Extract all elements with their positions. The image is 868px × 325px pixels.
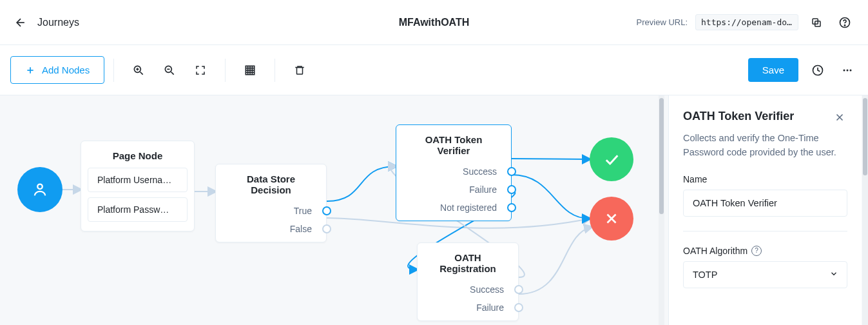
subnode-platform-password[interactable]: Platform Passw… (88, 197, 188, 222)
node-page-node[interactable]: Page Node Platform Userna… Platform Pass… (81, 141, 195, 231)
separator (683, 231, 847, 231)
more-icon[interactable] (837, 60, 858, 81)
separator (113, 59, 114, 82)
page-title: MFAwithOATH (399, 17, 470, 28)
history-icon[interactable] (807, 60, 828, 81)
name-input[interactable] (683, 190, 847, 217)
add-nodes-button[interactable]: Add Nodes (10, 56, 104, 84)
separator (275, 59, 275, 82)
end-node-success[interactable] (590, 137, 633, 181)
outcome-true: True (216, 202, 326, 220)
copy-icon[interactable] (806, 12, 827, 33)
output-port[interactable] (507, 203, 516, 212)
output-port[interactable] (514, 285, 523, 294)
outcome-label: Success (463, 166, 497, 177)
svg-line-12 (171, 72, 174, 74)
outcome-failure: Failure (396, 181, 511, 199)
scrollbar[interactable] (862, 95, 868, 325)
svg-point-25 (850, 69, 852, 71)
toolbar: Add Nodes Save (0, 45, 868, 95)
fullscreen-icon[interactable] (185, 55, 216, 86)
node-oath-token-verifier[interactable]: OATH Token Verifier Success Failure Not … (396, 124, 512, 221)
output-port[interactable] (322, 224, 331, 233)
back-arrow-icon[interactable] (13, 15, 28, 30)
output-port[interactable] (322, 206, 331, 215)
preview-url-label: Preview URL: (637, 17, 688, 27)
start-node[interactable] (17, 167, 63, 212)
svg-rect-21 (297, 67, 303, 74)
algorithm-value: TOTP (693, 270, 717, 280)
svg-point-4 (844, 25, 845, 25)
subnode-platform-username[interactable]: Platform Userna… (88, 168, 188, 192)
separator (225, 59, 226, 82)
algorithm-select[interactable]: TOTP (683, 261, 847, 288)
svg-line-8 (140, 72, 143, 74)
scrollbar-thumb[interactable] (863, 98, 867, 175)
svg-point-26 (37, 184, 42, 189)
outcome-label: Not registered (440, 202, 497, 213)
name-label: Name (683, 174, 847, 184)
outcome-not-registered: Not registered (396, 199, 511, 217)
help-icon[interactable]: ? (751, 246, 762, 256)
node-oath-registration[interactable]: OATH Registration Success Failure (417, 242, 519, 321)
algorithm-label: OATH Algorithm ? (683, 246, 847, 256)
output-port[interactable] (507, 167, 516, 176)
header-right: Preview URL: https://openam-docs… (637, 12, 855, 33)
scrollbar-thumb[interactable] (659, 98, 664, 214)
breadcrumb[interactable]: Journeys (37, 17, 79, 28)
outcome-label: Success (470, 284, 504, 295)
algorithm-label-text: OATH Algorithm (683, 246, 747, 256)
panel-title: OATH Token Verifier (683, 110, 794, 123)
subnode-label: Platform Userna… (97, 175, 171, 185)
output-port[interactable] (514, 303, 523, 312)
outcome-label: False (290, 224, 312, 234)
header: Journeys MFAwithOATH Preview URL: https:… (0, 0, 868, 45)
node-data-store-decision[interactable]: Data Store Decision True False (215, 164, 327, 242)
outcome-label: True (294, 206, 312, 216)
zoom-in-icon[interactable] (123, 55, 154, 86)
panel-description: Collects and verify the One-Time Passwor… (683, 132, 847, 160)
node-title: OATH Registration (418, 243, 518, 281)
grid-icon[interactable] (235, 55, 265, 86)
add-nodes-label: Add Nodes (42, 64, 90, 75)
output-port[interactable] (507, 185, 516, 194)
node-title: OATH Token Verifier (396, 125, 511, 162)
outcome-label: Failure (476, 302, 504, 313)
node-title: Page Node (81, 141, 194, 168)
trash-icon[interactable] (284, 55, 315, 86)
zoom-out-icon[interactable] (154, 55, 185, 86)
save-button[interactable]: Save (748, 58, 798, 82)
scrollbar[interactable] (659, 95, 664, 325)
node-title: Data Store Decision (216, 164, 326, 202)
preview-url-value[interactable]: https://openam-docs… (695, 14, 798, 30)
outcome-success: Success (418, 281, 518, 299)
svg-point-24 (847, 69, 849, 71)
outcome-failure: Failure (418, 299, 518, 317)
outcome-label: Failure (469, 184, 497, 195)
outcome-success: Success (396, 162, 511, 181)
subnode-label: Platform Passw… (97, 204, 169, 215)
help-icon[interactable] (834, 12, 855, 33)
svg-point-23 (844, 69, 845, 71)
outcome-false: False (216, 220, 326, 238)
side-panel: OATH Token Verifier Collects and verify … (668, 95, 862, 325)
close-icon[interactable] (832, 110, 847, 125)
end-node-failure[interactable] (590, 197, 633, 241)
